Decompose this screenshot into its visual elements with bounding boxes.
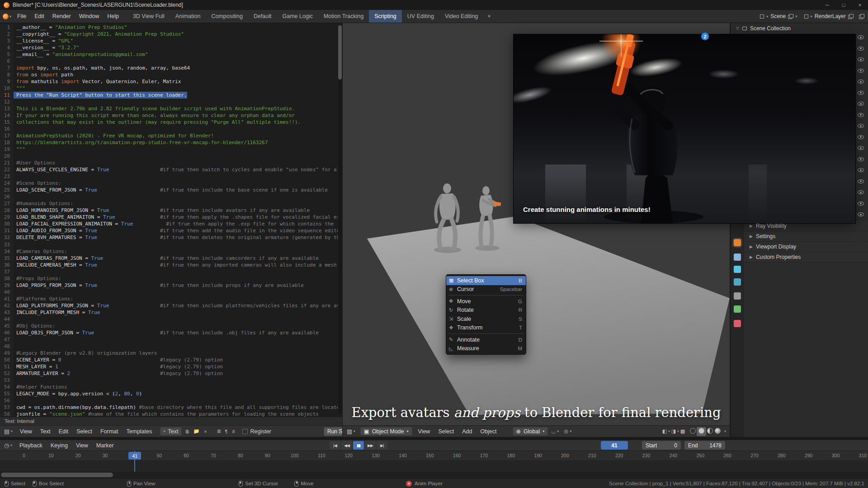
tab-compositing[interactable]: Compositing xyxy=(206,10,248,23)
code-line[interactable]: 31LOAD_AUDIO_FROM_JSON = True #if true t… xyxy=(0,227,338,234)
code-line[interactable]: 13This is a Blender 2.79b and 2.82 frien… xyxy=(0,105,338,112)
code-line[interactable]: 3__license__ = "GPL" xyxy=(0,38,338,44)
menu-item-text[interactable]: Text xyxy=(36,428,55,435)
shading-rendered-button[interactable] xyxy=(714,428,722,435)
menu-item-edit[interactable]: Edit xyxy=(30,13,48,19)
word-wrap-toggle-icon[interactable]: ¶ xyxy=(222,428,230,435)
constraints-properties-tab[interactable] xyxy=(734,292,741,300)
menu-item-view[interactable]: View xyxy=(414,428,434,435)
code-line[interactable]: 2__copyright__ = "Copyright 2021, Animat… xyxy=(0,31,338,38)
code-line[interactable]: 29LOAD_BLEND_SHAPE_ANIMAITON = True #if … xyxy=(0,214,338,221)
open-text-icon[interactable]: 📁 xyxy=(193,428,200,435)
code-line[interactable]: 37 xyxy=(0,268,338,275)
register-checkbox[interactable] xyxy=(242,429,248,434)
jump-to-start-button[interactable]: |◀ xyxy=(330,441,340,450)
code-line[interactable]: 57cwd = os.path.dirname(bpy.data.filepat… xyxy=(0,404,338,411)
code-line[interactable]: 8from os import path xyxy=(0,71,338,78)
code-line[interactable]: 51MESH_LAYER = 1 #legacy (2.79) option xyxy=(0,363,338,370)
context-menu-item-annotate[interactable]: ✎AnnotateD xyxy=(446,335,526,344)
shading-dropdown-icon[interactable]: ▾ xyxy=(724,429,726,433)
code-line[interactable]: 38#Props Options: xyxy=(0,275,338,282)
code-line[interactable]: 42LOAD_PLATFORMS_FROM_JSON = True #if tr… xyxy=(0,302,338,309)
hide-in-viewport-icon[interactable] xyxy=(858,80,864,84)
next-keyframe-button[interactable]: ▶▶ xyxy=(365,441,376,450)
blender-menu-icon[interactable]: ▾ xyxy=(0,10,13,23)
snap-dropdown-icon[interactable]: ▾ xyxy=(557,429,559,433)
code-line[interactable]: 36INCLUDE_CAMERAS_MESH = True #if true t… xyxy=(0,262,338,268)
code-line[interactable]: 6 xyxy=(0,58,338,65)
code-line[interactable]: 26 xyxy=(0,193,338,200)
scrollbar-handle[interactable] xyxy=(1,473,113,477)
panel-custom-properties[interactable]: ▶Custom Properties xyxy=(744,252,868,263)
code-line[interactable]: 50SCENE_LAYER = 0 #legacy (2.79) option xyxy=(0,357,338,363)
syntax-highlight-toggle-icon[interactable]: # xyxy=(230,428,237,435)
code-line[interactable]: 18https://blenderartists.org/t/animation… xyxy=(0,139,338,146)
panel-viewport-display[interactable]: ▶Viewport Display xyxy=(744,242,868,252)
code-line[interactable]: 9from mathutils import Vector, Quaternio… xyxy=(0,78,338,85)
hide-in-viewport-icon[interactable] xyxy=(858,157,864,161)
minimize-button[interactable]: ─ xyxy=(819,0,835,10)
tab-3d-view-full[interactable]: 3D View Full xyxy=(127,10,170,23)
code-line[interactable]: 43INCLUDE_PLATFORM_MESH = True xyxy=(0,309,338,316)
tab-uv-editing[interactable]: UV Editing xyxy=(402,10,439,23)
code-line[interactable]: 30LOAD_FACIAL_EXPRESSION_ANIMAITON = Tru… xyxy=(0,221,338,227)
show-gizmo-icon[interactable]: ◧ xyxy=(661,428,668,435)
tab-scripting[interactable]: Scripting xyxy=(369,10,402,23)
menu-item-view[interactable]: View xyxy=(16,428,36,435)
hide-in-viewport-icon[interactable] xyxy=(858,135,864,139)
material-properties-tab[interactable] xyxy=(734,320,741,327)
code-line[interactable]: 46LOAD_OBJS_FROM_JSON = True #if true th… xyxy=(0,329,338,336)
code-line[interactable]: 47 xyxy=(0,336,338,343)
close-button[interactable]: × xyxy=(852,0,868,10)
tab-video-editing[interactable]: Video Editing xyxy=(439,10,483,23)
physics-properties-tab[interactable] xyxy=(734,278,741,286)
code-line[interactable]: 49#Legacy Blender (pre v2.8) originazati… xyxy=(0,350,338,357)
stop-anim-player-icon[interactable]: ✕ xyxy=(406,481,412,487)
line-numbers-toggle-icon[interactable]: ≣ xyxy=(215,428,222,435)
hide-in-viewport-icon[interactable] xyxy=(858,113,864,117)
code-line[interactable]: 28LOAD_HUMANOIDS_FROM_JSON = True #if tr… xyxy=(0,207,338,214)
code-line[interactable]: 58jsonfile = "scene.json" #name of the f… xyxy=(0,411,338,417)
modifier-properties-tab[interactable] xyxy=(734,253,741,261)
menu-item-playback[interactable]: Playback xyxy=(15,442,47,449)
code-line[interactable]: 53 xyxy=(0,377,338,384)
context-menu-item-cursor[interactable]: ⊕CursorSpacebar xyxy=(446,285,526,294)
renderlayer-selector[interactable]: ▾ RenderLayer xyxy=(804,13,853,19)
outliner-root-row[interactable]: ▽ Scene Collection xyxy=(736,25,791,32)
shading-material-button[interactable] xyxy=(706,428,714,435)
menu-item-select[interactable]: Select xyxy=(72,428,96,435)
code-line[interactable]: 22ALWAYS_USE_CYCLES_ENGINE = True #if tr… xyxy=(0,166,338,173)
menu-item-window[interactable]: Window xyxy=(75,13,103,19)
falloff-dropdown-icon[interactable]: ▾ xyxy=(570,429,571,433)
context-menu-item-scale[interactable]: ⇲ScaleS xyxy=(446,314,526,324)
menu-item-marker[interactable]: Marker xyxy=(92,442,118,449)
code-line[interactable]: 54#Helper Functions xyxy=(0,384,338,390)
annotation-badge[interactable]: 2 xyxy=(701,33,709,40)
tab-motion-tracking[interactable]: Motion Tracking xyxy=(318,10,369,23)
code-line[interactable]: 40 xyxy=(0,289,338,296)
new-text-icon[interactable]: 🗎 xyxy=(184,428,191,435)
code-line[interactable]: 27#Humanoids Options: xyxy=(0,200,338,207)
hide-in-viewport-icon[interactable] xyxy=(858,202,864,206)
code-line[interactable]: 44 xyxy=(0,316,338,323)
hide-in-viewport-icon[interactable] xyxy=(858,47,864,51)
menu-item-keying[interactable]: Keying xyxy=(47,442,72,449)
previous-keyframe-button[interactable]: ◀◀ xyxy=(341,441,352,450)
code-line[interactable]: 14If your are running this script more t… xyxy=(0,112,338,119)
editor-type-button[interactable]: ◷▾ xyxy=(0,442,15,449)
data-properties-tab[interactable] xyxy=(734,305,741,313)
tab-default[interactable]: Default xyxy=(248,10,277,23)
context-menu-item-rotate[interactable]: ↻RotateR xyxy=(446,306,526,315)
proportional-editing-icon[interactable]: ◎ xyxy=(562,428,570,435)
pause-button[interactable]: ▮▮ xyxy=(353,441,364,450)
menu-item-render[interactable]: Render xyxy=(48,13,75,19)
filter-icon[interactable]: ▽ xyxy=(736,26,739,31)
extras-icon[interactable] xyxy=(859,14,863,19)
menu-item-view[interactable]: View xyxy=(72,442,92,449)
hide-in-viewport-icon[interactable] xyxy=(858,102,864,106)
text-editor-scrollbar[interactable] xyxy=(338,24,342,413)
shading-solid-button[interactable] xyxy=(697,427,706,436)
code-line[interactable]: 55LEGACY_MODE = bpy.app.version < (2, 80… xyxy=(0,390,338,397)
code-line[interactable]: 17AnimationPrepStudio (2020) - Free VR m… xyxy=(0,132,338,139)
hide-in-viewport-icon[interactable] xyxy=(858,179,864,183)
